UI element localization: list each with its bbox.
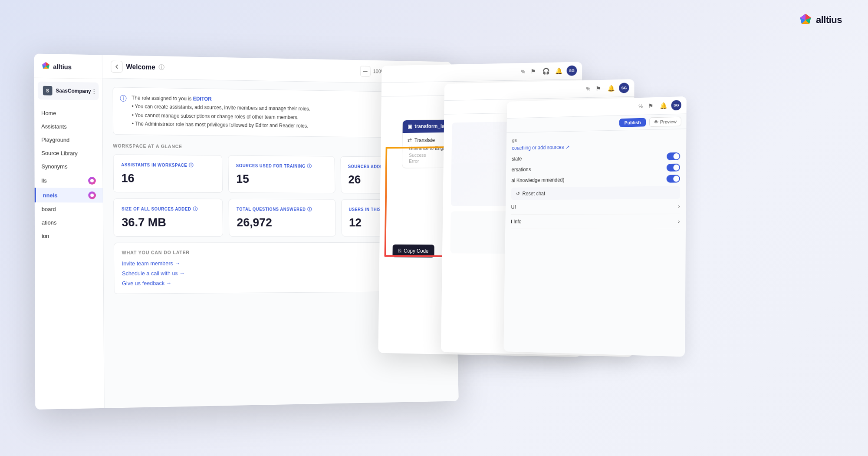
flow-border-left: [385, 147, 388, 257]
toggle-knowledge: al Knowledge mmended): [511, 175, 680, 184]
win3-flag-icon: ⚑: [594, 85, 603, 92]
page-title: Welcome: [126, 63, 155, 71]
panel-row-info[interactable]: t Info ›: [511, 214, 680, 229]
sidebar-item-synonyms[interactable]: Synonyms: [35, 160, 103, 174]
coaching-link[interactable]: coaching or add sources ↗: [512, 142, 680, 151]
stat-info-icon-1: ⓘ: [189, 162, 194, 169]
sidebar-item-channels[interactable]: nnels: [35, 188, 103, 202]
sidebar-item-assistants[interactable]: Assistants: [34, 119, 102, 133]
sidebar-logo-icon: [41, 61, 51, 71]
sidebar-item-playground[interactable]: Playground: [34, 133, 102, 147]
header-info-icon: ⓘ: [158, 64, 164, 72]
toggle-knowledge-label: al Knowledge mmended): [511, 177, 564, 184]
chevron-right-icon: ›: [678, 203, 680, 209]
sidebar-logo-text: alltius: [53, 63, 72, 70]
toggle-conversations-label: ersations: [512, 166, 531, 172]
eye-icon: 👁: [654, 119, 658, 125]
svg-point-12: [90, 194, 94, 197]
lls-badge: [88, 177, 96, 185]
bg-window-4: % ⚑ 🔔 SG Publish 👁 Preview gs coaching o…: [503, 96, 687, 357]
sidebar-item-home[interactable]: Home: [34, 106, 102, 121]
top-logo: alltius: [799, 13, 842, 27]
toggle-slate-switch[interactable]: [667, 152, 680, 160]
sidebar-item-ations[interactable]: ations: [35, 216, 103, 229]
sidebar-logo: alltius: [34, 53, 102, 79]
info-icon: ⓘ: [120, 94, 127, 128]
reset-chat-button[interactable]: ↺ Reset chat: [511, 186, 680, 200]
stat-info-icon-4: ⓘ: [193, 206, 197, 212]
win4-zoom: %: [638, 104, 642, 109]
stat-size-value: 36.7 MB: [122, 215, 215, 229]
win4-flag-icon: ⚑: [646, 102, 655, 109]
company-selector[interactable]: S SaasCompany ⋮: [38, 82, 99, 100]
toggle-conversations: ersations: [512, 164, 680, 174]
win2-flag-icon: ⚑: [528, 68, 538, 75]
stat-assistants: ASSISTANTS IN WORKSPACE ⓘ 16: [113, 154, 223, 193]
win4-preview-button[interactable]: 👁 Preview: [649, 117, 681, 127]
win4-bell-icon: 🔔: [658, 102, 667, 109]
win3-bell-icon: 🔔: [606, 85, 616, 92]
company-menu-icon[interactable]: ⋮: [91, 88, 97, 95]
panel-row-ui[interactable]: UI ›: [511, 199, 680, 215]
sidebar-item-lls[interactable]: lls: [35, 173, 103, 188]
stat-info-icon-2: ⓘ: [307, 163, 312, 169]
top-logo-text: alltius: [816, 14, 842, 26]
win2-user-avatar: SG: [567, 66, 577, 76]
chevron-right-icon-2: ›: [678, 218, 680, 225]
win2-zoom: %: [521, 69, 525, 74]
sidebar-item-board[interactable]: board: [35, 202, 103, 216]
window-icon: ▣: [408, 123, 412, 129]
toggle-slate-label: slate: [512, 156, 522, 162]
stat-assistants-value: 16: [121, 171, 215, 185]
toggle-slate: slate: [512, 152, 680, 163]
sidebar: alltius S SaasCompany ⋮ Home Assistants …: [34, 53, 105, 410]
zoom-out-button[interactable]: [360, 66, 370, 77]
toggle-knowledge-switch[interactable]: [667, 175, 680, 182]
back-button[interactable]: [111, 61, 122, 73]
external-link-icon: ↗: [566, 144, 569, 150]
logo-icon: [799, 13, 812, 27]
stat-questions-value: 26,972: [237, 215, 328, 229]
stat-info-icon-5: ⓘ: [307, 206, 312, 212]
win2-headset-icon: 🎧: [541, 68, 551, 75]
sidebar-item-source-library[interactable]: Source Library: [34, 146, 102, 160]
right-panel: gs coaching or add sources ↗ slate ersat…: [505, 129, 686, 235]
stat-questions: TOTAL QUESTIONS ANSWERED ⓘ 26,972: [229, 198, 336, 236]
win2-bell-icon: 🔔: [554, 67, 563, 74]
copy-icon: ⎘: [398, 248, 401, 254]
toggle-conversations-switch[interactable]: [667, 164, 680, 172]
reset-icon: ↺: [516, 191, 520, 196]
win4-user-avatar: SG: [671, 100, 681, 110]
company-name: SaasCompany: [56, 88, 91, 94]
stat-sources-training: SOURCES USED FOR TRAINING ⓘ 15: [228, 155, 335, 193]
company-avatar: S: [43, 86, 53, 96]
svg-point-11: [90, 179, 94, 182]
win3-zoom: %: [586, 86, 590, 91]
channels-badge: [88, 192, 96, 199]
nav-menu: Home Assistants Playground Source Librar…: [34, 103, 104, 410]
sidebar-item-ion[interactable]: ion: [35, 229, 103, 243]
role-info-text: The role assigned to you is EDITOR • You…: [132, 94, 310, 131]
win4-publish-button[interactable]: Publish: [619, 118, 646, 127]
right-panel-label: gs: [512, 134, 681, 142]
win3-user-avatar: SG: [619, 83, 629, 93]
stat-size: SIZE OF ALL SOURCES ADDED ⓘ 36.7 MB: [113, 198, 223, 236]
stat-sources-training-value: 15: [236, 172, 327, 186]
